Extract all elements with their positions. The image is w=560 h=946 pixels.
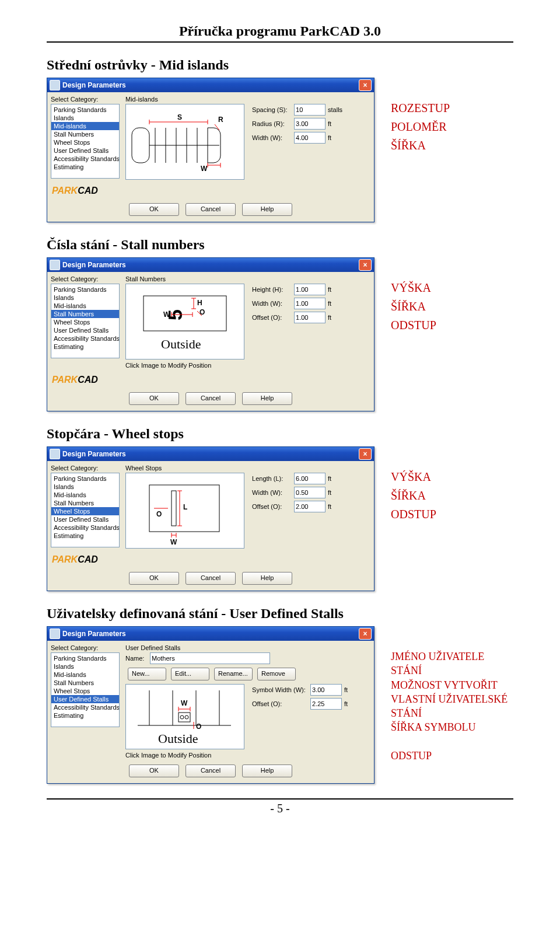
ok-button[interactable]: OK xyxy=(129,203,179,216)
category-item[interactable]: Accessibility Standards xyxy=(51,703,119,711)
field-input[interactable] xyxy=(294,132,326,144)
section-title-uds: Uživatelsky definovaná stání - User Defi… xyxy=(47,606,513,622)
field-unit: ft xyxy=(328,489,331,496)
close-icon[interactable]: × xyxy=(359,628,372,640)
field-input[interactable] xyxy=(294,473,326,484)
preview-wheel[interactable]: L O W xyxy=(125,473,244,549)
dialog-wheel: Design Parameters × Select Category: Par… xyxy=(47,446,374,591)
field-input[interactable] xyxy=(310,698,342,710)
select-category-label: Select Category: xyxy=(51,275,120,282)
category-item[interactable]: Mid-islands xyxy=(51,671,119,679)
annotation-line: ŠÍŘKA xyxy=(391,297,436,316)
category-item[interactable]: User Defined Stalls xyxy=(51,695,119,703)
help-button[interactable]: Help xyxy=(242,392,292,405)
category-item[interactable]: Stall Numbers xyxy=(51,310,119,318)
category-item[interactable]: Parking Standards xyxy=(51,474,119,483)
category-list[interactable]: Parking StandardsIslandsMid-islandsStall… xyxy=(51,284,120,358)
category-item[interactable]: User Defined Stalls xyxy=(51,326,119,334)
ok-button[interactable]: OK xyxy=(129,392,179,405)
annotations-mid: ROZESTUPPOLOMĚRŠÍŘKA xyxy=(391,99,450,155)
category-item[interactable]: Accessibility Standards xyxy=(51,155,119,163)
field-input[interactable] xyxy=(294,284,326,295)
uds-action-button[interactable]: Rename... xyxy=(214,668,253,680)
category-item[interactable]: Wheel Stops xyxy=(51,687,119,695)
field-input[interactable] xyxy=(294,487,326,498)
category-item[interactable]: Parking Standards xyxy=(51,106,119,114)
uds-action-button[interactable]: New... xyxy=(128,668,166,680)
dialog-uds: Design Parameters × Select Category: Par… xyxy=(47,626,374,784)
annotations-uds: JMÉNO UŽIVATELE STÁNÍMOŽNOST VYTVOŘIT VL… xyxy=(391,650,513,763)
category-item[interactable]: Mid-islands xyxy=(51,122,119,130)
svg-text:W: W xyxy=(163,310,170,319)
category-item[interactable]: Estimating xyxy=(51,532,119,540)
category-item[interactable]: Islands xyxy=(51,483,119,491)
category-item[interactable]: Parking Standards xyxy=(51,285,119,294)
cancel-button[interactable]: Cancel xyxy=(186,203,236,216)
field-label: Radius (R): xyxy=(252,120,294,127)
category-item[interactable]: Stall Numbers xyxy=(51,130,119,138)
cancel-button[interactable]: Cancel xyxy=(186,392,236,405)
category-item[interactable]: User Defined Stalls xyxy=(51,146,119,155)
category-item[interactable]: Wheel Stops xyxy=(51,138,119,146)
close-icon[interactable]: × xyxy=(359,79,372,91)
dialog-title: Design Parameters xyxy=(62,630,359,638)
hint: Click Image to Modify Position xyxy=(125,362,370,369)
cancel-button[interactable]: Cancel xyxy=(186,765,236,777)
field-unit: ft xyxy=(344,686,348,693)
uds-action-button[interactable]: Edit... xyxy=(171,668,209,680)
category-item[interactable]: Accessibility Standards xyxy=(51,523,119,532)
svg-text:W: W xyxy=(170,538,177,546)
uds-action-button[interactable]: Remove xyxy=(257,668,296,680)
category-item[interactable]: User Defined Stalls xyxy=(51,515,119,523)
field-unit: ft xyxy=(328,300,331,307)
annotation-line: VÝŠKA xyxy=(391,278,436,297)
field-unit: ft xyxy=(328,120,331,127)
category-item[interactable]: Islands xyxy=(51,114,119,122)
field-unit: ft xyxy=(328,475,331,482)
field-input[interactable] xyxy=(294,501,326,512)
field-input[interactable] xyxy=(294,118,326,130)
field-input[interactable] xyxy=(294,312,326,323)
ok-button[interactable]: OK xyxy=(129,572,179,585)
close-icon[interactable]: × xyxy=(359,448,372,460)
category-item[interactable]: Estimating xyxy=(51,163,119,171)
category-list[interactable]: Parking StandardsIslandsMid-islandsStall… xyxy=(51,652,120,727)
close-icon[interactable]: × xyxy=(359,259,372,271)
help-button[interactable]: Help xyxy=(242,765,292,777)
titlebar: Design Parameters × xyxy=(47,447,374,461)
category-item[interactable]: Wheel Stops xyxy=(51,318,119,326)
block-mid: Design Parameters × Select Category: Par… xyxy=(47,78,513,222)
field-label: Offset (O): xyxy=(252,503,294,510)
preview-mid[interactable]: S R W xyxy=(125,104,244,180)
help-button[interactable]: Help xyxy=(242,572,292,585)
annotations-wheel: VÝŠKAŠÍŘKAODSTUP xyxy=(391,467,436,523)
select-category-label: Select Category: xyxy=(51,644,120,651)
field-input[interactable] xyxy=(294,104,326,116)
field-input[interactable] xyxy=(310,684,342,696)
category-item[interactable]: Mid-islands xyxy=(51,302,119,310)
annotation-line: ROZESTUP xyxy=(391,99,450,117)
category-item[interactable]: Stall Numbers xyxy=(51,679,119,687)
category-item[interactable]: Mid-islands xyxy=(51,491,119,499)
cancel-button[interactable]: Cancel xyxy=(186,572,236,585)
help-button[interactable]: Help xyxy=(242,203,292,216)
select-category-label: Select Category: xyxy=(51,465,120,472)
preview-uds[interactable]: W O Outside xyxy=(125,684,244,749)
category-item[interactable]: Estimating xyxy=(51,343,119,351)
category-list[interactable]: Parking StandardsIslandsMid-islandsStall… xyxy=(51,104,120,179)
category-item[interactable]: Islands xyxy=(51,294,119,302)
group-title: Stall Numbers xyxy=(125,275,370,282)
name-input[interactable] xyxy=(150,652,270,664)
category-item[interactable]: Estimating xyxy=(51,711,119,720)
preview-stall[interactable]: 5 H W O Outside xyxy=(125,284,244,359)
field-label: Height (H): xyxy=(252,286,294,293)
category-item[interactable]: Parking Standards xyxy=(51,654,119,662)
field-input[interactable] xyxy=(294,298,326,309)
category-item[interactable]: Islands xyxy=(51,662,119,671)
category-item[interactable]: Wheel Stops xyxy=(51,507,119,515)
dialog-title: Design Parameters xyxy=(62,81,359,89)
ok-button[interactable]: OK xyxy=(129,765,179,777)
category-item[interactable]: Accessibility Standards xyxy=(51,334,119,343)
category-item[interactable]: Stall Numbers xyxy=(51,499,119,507)
category-list[interactable]: Parking StandardsIslandsMid-islandsStall… xyxy=(51,473,120,547)
